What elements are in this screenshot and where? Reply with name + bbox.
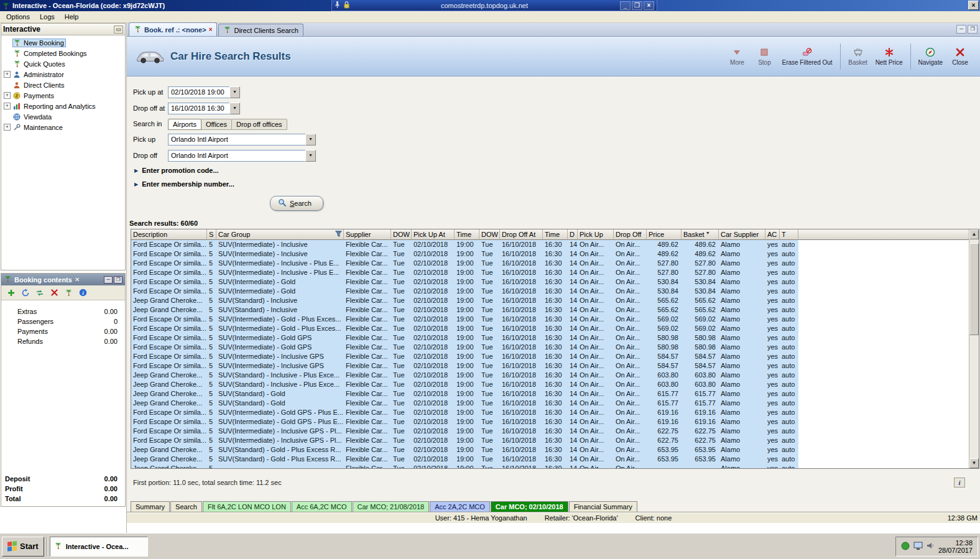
scrollbar-thumb[interactable] bbox=[969, 243, 979, 335]
column-header-supplier[interactable]: Supplier bbox=[344, 229, 391, 240]
scroll-down-icon[interactable]: ▼ bbox=[969, 458, 979, 468]
column-header-drop-off-at[interactable]: Drop Off At bbox=[500, 229, 543, 240]
child-restore-button[interactable]: ❐ bbox=[968, 25, 978, 34]
booking-panel-minimize-button[interactable]: ─ bbox=[104, 276, 113, 284]
table-row[interactable]: Jeep Grand Cheroke...5SUV(Standard) - Go… bbox=[131, 445, 969, 455]
taskbar-task-button[interactable]: Interactive - Ocea... bbox=[50, 537, 148, 557]
taskbar-clock[interactable]: 12:38 bbox=[938, 539, 973, 547]
table-row[interactable]: Ford Escape Or simila...5SUV(Intermediat… bbox=[131, 427, 969, 436]
table-row[interactable]: Ford Escape Or simila...5SUV(Intermediat… bbox=[131, 343, 969, 352]
promotion-code-expander[interactable]: ▶ Enter promotion code... bbox=[134, 167, 980, 174]
sidebar-item-reporting-and-analytics[interactable]: +Reporting and Analytics bbox=[1, 101, 125, 111]
chevron-down-icon[interactable]: ▼ bbox=[305, 134, 316, 146]
table-row[interactable]: Jeep Grand Cheroke...5SUV(Standard) - Go… bbox=[131, 389, 969, 399]
menu-item-logs[interactable]: Logs bbox=[35, 12, 60, 22]
column-header-dow[interactable]: DOW bbox=[391, 229, 412, 240]
column-header-car-group[interactable]: Car Group bbox=[216, 229, 344, 240]
booking-item-passengers[interactable]: Passengers0 bbox=[1, 316, 125, 326]
table-row[interactable]: Ford Escape Or simila...5SUV(Intermediat… bbox=[131, 240, 969, 249]
column-header-dow[interactable]: DOW bbox=[479, 229, 500, 240]
vertical-scrollbar[interactable]: ▲ ▼ bbox=[969, 229, 979, 468]
column-header-ac[interactable]: AC bbox=[765, 229, 780, 240]
sidebar-item-new-booking[interactable]: +New Booking bbox=[1, 37, 125, 48]
pin-icon[interactable] bbox=[335, 1, 340, 10]
column-header-t[interactable]: T bbox=[780, 229, 798, 240]
table-row[interactable]: Ford Escape Or simila...5SUV(Intermediat… bbox=[131, 417, 969, 427]
tray-volume-icon[interactable] bbox=[927, 542, 935, 551]
sidebar-item-completed-bookings[interactable]: +Completed Bookings bbox=[1, 48, 125, 58]
basket-button[interactable]: Basket bbox=[844, 40, 872, 73]
chevron-down-icon[interactable]: ▼ bbox=[229, 103, 240, 114]
dropoff-location-combo[interactable]: Orlando Intl Airport ▼ bbox=[168, 150, 316, 162]
sidebar-item-viewdata[interactable]: +Viewdata bbox=[1, 111, 125, 122]
section-tab-acc-2a-2c-mco[interactable]: Acc 2A,2C MCO bbox=[430, 501, 490, 512]
transfer-icon[interactable] bbox=[35, 288, 45, 298]
search-in-tab-drop-off-offices[interactable]: Drop off offices bbox=[231, 119, 287, 130]
booking-panel-float-button[interactable]: ❐ bbox=[114, 276, 122, 284]
table-row[interactable]: Ford Escape Or simila...5SUV(Intermediat… bbox=[131, 352, 969, 361]
column-header-price[interactable]: Price bbox=[647, 229, 682, 240]
booking-item-payments[interactable]: Payments0.00 bbox=[1, 326, 125, 336]
section-tab-car-mco-02-10-2018[interactable]: Car MCO; 02/10/2018 bbox=[491, 501, 568, 512]
scrollbar-track[interactable] bbox=[969, 239, 979, 458]
table-row[interactable]: Jeep Grand Cheroke...5SUV(Standard) - In… bbox=[131, 371, 969, 380]
section-tab-summary[interactable]: Summary bbox=[131, 501, 170, 512]
rdp-restore-button[interactable]: ❐ bbox=[632, 1, 642, 10]
section-tab-flt-6a-2c-lon-mco-lon[interactable]: Flt 6A,2C LON MCO LON bbox=[203, 501, 291, 512]
booking-item-refunds[interactable]: Refunds0.00 bbox=[1, 336, 125, 346]
rdp-minimize-button[interactable]: _ bbox=[620, 1, 631, 10]
table-row[interactable]: Ford Escape Or simila...5SUV(Intermediat… bbox=[131, 259, 969, 268]
tab-book-ref-none[interactable]: Book. ref .: <none>× bbox=[129, 22, 217, 36]
column-header-car-supplier[interactable]: Car Supplier bbox=[719, 229, 765, 240]
filter-icon[interactable] bbox=[335, 231, 342, 238]
info-icon[interactable]: i bbox=[954, 478, 965, 487]
chevron-down-icon[interactable]: ▼ bbox=[229, 86, 240, 98]
column-header-d[interactable]: D bbox=[568, 229, 578, 240]
column-header-pick-up[interactable]: Pick Up bbox=[578, 229, 614, 240]
expand-icon[interactable]: + bbox=[4, 71, 11, 78]
table-row[interactable]: Ford Escape Or simila...5SUV(Intermediat… bbox=[131, 333, 969, 343]
section-tab-car-mco-21-08-2018[interactable]: Car MCO; 21/08/2018 bbox=[353, 501, 430, 512]
table-row[interactable]: Jeep Grand Cheroke...5SUV(Standard) - Go… bbox=[131, 455, 969, 464]
delete-icon[interactable] bbox=[49, 288, 59, 298]
expand-icon[interactable]: + bbox=[4, 103, 11, 109]
window-close-button[interactable]: × bbox=[968, 1, 979, 10]
table-row[interactable]: Ford Escape Or simila...5SUV(Intermediat… bbox=[131, 408, 969, 417]
column-header-basket[interactable]: Basket▼ bbox=[682, 229, 719, 240]
table-row[interactable]: Ford Escape Or simila...5SUV(Intermediat… bbox=[131, 268, 969, 277]
more-button[interactable]: More bbox=[723, 40, 751, 73]
tab-close-icon[interactable]: × bbox=[209, 26, 213, 33]
sidebar-item-maintenance[interactable]: +Maintenance bbox=[1, 122, 125, 132]
taskbar-date[interactable]: 28/07/2017 bbox=[938, 547, 973, 554]
start-button[interactable]: Start bbox=[2, 537, 44, 557]
rdp-close-button[interactable]: × bbox=[644, 1, 654, 10]
table-row[interactable]: Ford Escape Or simila...5SUV(Intermediat… bbox=[131, 361, 969, 371]
palm-icon[interactable] bbox=[63, 288, 73, 298]
column-header-pick-up-at[interactable]: Pick Up At bbox=[412, 229, 455, 240]
sidebar-item-payments[interactable]: +Payments bbox=[1, 90, 125, 101]
tray-app-icon[interactable] bbox=[901, 542, 910, 552]
dropoff-datetime-combo[interactable]: 16/10/2018 16:30 ▼ bbox=[168, 103, 240, 114]
expand-icon[interactable]: + bbox=[4, 92, 11, 99]
erase-filtered-out-button[interactable]: Erase Filtered Out bbox=[778, 40, 836, 73]
column-header-drop-off[interactable]: Drop Off bbox=[614, 229, 647, 240]
nett-price-button[interactable]: Nett Price bbox=[872, 40, 907, 73]
column-header-description[interactable]: Description bbox=[131, 229, 207, 240]
pickup-location-combo[interactable]: Orlando Intl Airport ▼ bbox=[168, 134, 316, 146]
table-row[interactable]: Ford Escape Or simila...5SUV(Intermediat… bbox=[131, 249, 969, 259]
column-header-s[interactable]: S bbox=[207, 229, 216, 240]
refresh-icon[interactable] bbox=[21, 288, 30, 298]
table-row[interactable]: Ford Escape Or simila...5SUV(Intermediat… bbox=[131, 324, 969, 333]
column-header-time[interactable]: Time bbox=[455, 229, 479, 240]
table-row[interactable]: Jeep Grand Cheroke...5SUV(Standard) - Go… bbox=[131, 399, 969, 408]
column-header-time[interactable]: Time bbox=[543, 229, 568, 240]
info-icon[interactable]: i bbox=[78, 288, 88, 298]
tray-display-icon[interactable] bbox=[913, 542, 923, 552]
add-booking-item-icon[interactable] bbox=[6, 288, 16, 298]
pickup-datetime-combo[interactable]: 02/10/2018 19:00 ▼ bbox=[168, 86, 240, 98]
section-tab-search[interactable]: Search bbox=[170, 501, 202, 512]
tab-direct-clients-search[interactable]: Direct Clients Search bbox=[218, 24, 303, 36]
navigate-button[interactable]: Navigate bbox=[915, 40, 946, 73]
panel-collapse-button[interactable]: ▭ bbox=[114, 25, 123, 34]
table-row[interactable]: Jeep Grand Cheroke...5Flexible Car...Tue… bbox=[131, 464, 969, 468]
